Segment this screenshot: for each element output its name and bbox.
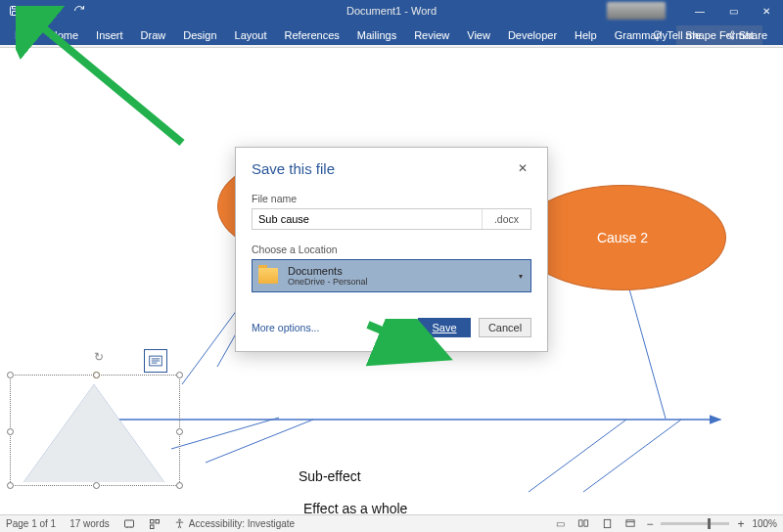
rotate-handle-icon[interactable]: ↻ xyxy=(94,350,104,364)
tab-developer[interactable]: Developer xyxy=(499,25,566,45)
tab-review[interactable]: Review xyxy=(405,25,458,45)
dialog-title: Save this file xyxy=(252,160,335,177)
share-label: Share xyxy=(739,29,767,41)
close-icon[interactable]: ✕ xyxy=(514,159,531,177)
svg-rect-20 xyxy=(124,520,133,527)
svg-line-5 xyxy=(171,418,279,449)
minimize-button[interactable]: — xyxy=(683,0,716,22)
word-count[interactable]: 17 words xyxy=(69,518,110,529)
tab-view[interactable]: View xyxy=(458,25,499,45)
folder-icon xyxy=(258,268,278,284)
handle-se[interactable] xyxy=(176,482,183,489)
svg-line-6 xyxy=(206,420,313,463)
read-mode-icon[interactable] xyxy=(576,517,591,531)
accessibility-icon xyxy=(174,518,185,529)
cause2-ellipse[interactable]: Cause 2 xyxy=(519,185,726,290)
zoom-slider[interactable] xyxy=(661,522,729,525)
svg-rect-25 xyxy=(604,519,610,527)
svg-rect-26 xyxy=(626,520,634,526)
file-name-label: File name xyxy=(252,193,531,204)
status-bar: Page 1 of 1 17 words Accessibility: Inve… xyxy=(0,514,783,532)
maximize-button[interactable]: ▭ xyxy=(716,0,750,22)
handle-n[interactable] xyxy=(93,372,100,378)
svg-rect-23 xyxy=(150,525,154,529)
shape-selection-box: ↻ xyxy=(10,375,180,486)
display-settings-icon[interactable] xyxy=(149,518,161,530)
handle-w[interactable] xyxy=(7,428,14,435)
location-subtext: OneDrive - Personal xyxy=(288,277,368,287)
accessibility-status[interactable]: Accessibility: Investigate xyxy=(174,518,295,529)
svg-point-2 xyxy=(731,37,734,40)
file-ext-label: .docx xyxy=(494,213,519,225)
lightbulb-icon xyxy=(652,30,663,41)
svg-rect-21 xyxy=(150,519,154,523)
annotation-arrow-save-button xyxy=(362,319,460,368)
file-name-row: .docx xyxy=(252,208,531,230)
focus-mode-icon[interactable]: ▭ xyxy=(552,517,568,531)
handle-ne[interactable] xyxy=(176,372,183,378)
document-title: Document1 - Word xyxy=(346,5,437,17)
handle-s[interactable] xyxy=(93,482,100,489)
language-indicator-icon[interactable] xyxy=(123,518,135,530)
svg-point-1 xyxy=(726,34,729,37)
zoom-out-button[interactable]: − xyxy=(646,517,653,531)
tell-me-search[interactable]: Tell me xyxy=(644,25,709,45)
cause2-label: Cause 2 xyxy=(597,230,648,245)
more-options-link[interactable]: More options... xyxy=(252,322,319,333)
window-controls: — ▭ ✕ xyxy=(683,0,783,22)
chevron-down-icon: ▾ xyxy=(519,272,523,281)
svg-point-24 xyxy=(178,519,180,521)
location-name: Documents xyxy=(288,265,368,278)
svg-line-8 xyxy=(583,420,681,492)
location-label: Choose a Location xyxy=(252,244,531,255)
svg-line-19 xyxy=(368,325,438,354)
svg-rect-22 xyxy=(156,519,160,523)
zoom-percentage[interactable]: 100% xyxy=(752,518,777,529)
tab-mailings[interactable]: Mailings xyxy=(348,25,405,45)
text-frame-icon[interactable] xyxy=(144,349,167,373)
web-layout-icon[interactable] xyxy=(622,517,638,531)
tab-layout[interactable]: Layout xyxy=(226,25,276,45)
tab-help[interactable]: Help xyxy=(566,25,606,45)
svg-point-0 xyxy=(731,31,734,33)
share-button[interactable]: Share xyxy=(719,25,773,45)
location-dropdown[interactable]: Documents OneDrive - Personal ▾ xyxy=(252,259,531,292)
print-layout-icon[interactable] xyxy=(599,517,615,531)
svg-line-7 xyxy=(529,420,626,492)
share-icon xyxy=(725,30,735,40)
svg-line-17 xyxy=(33,20,182,143)
close-window-button[interactable]: ✕ xyxy=(750,0,783,22)
file-name-input[interactable] xyxy=(253,209,482,229)
file-extension-dropdown[interactable]: .docx xyxy=(482,209,530,229)
tell-me-label: Tell me xyxy=(667,29,701,41)
handle-nw[interactable] xyxy=(7,372,14,378)
cancel-button[interactable]: Cancel xyxy=(479,318,531,337)
accessibility-label: Accessibility: Investigate xyxy=(189,518,295,529)
user-account-picture[interactable] xyxy=(607,2,666,20)
handle-e[interactable] xyxy=(176,428,183,435)
annotation-arrow-save-icon xyxy=(16,6,202,162)
zoom-in-button[interactable]: + xyxy=(737,517,744,531)
tab-references[interactable]: References xyxy=(276,25,348,45)
handle-sw[interactable] xyxy=(7,482,14,489)
sub-effect-text[interactable]: Sub-effect xyxy=(299,468,361,484)
page-indicator[interactable]: Page 1 of 1 xyxy=(6,518,56,529)
